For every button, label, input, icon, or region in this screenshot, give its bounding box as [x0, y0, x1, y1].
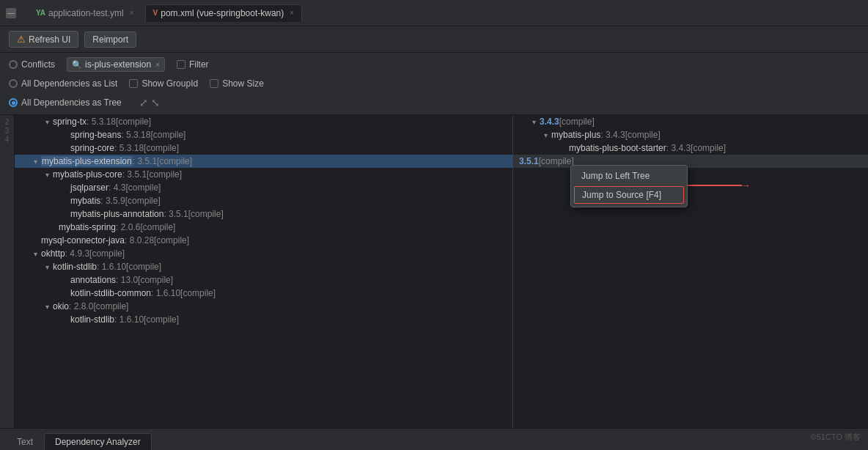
tree-item[interactable]: spring-beans : 5.3.18 [compile] — [15, 128, 512, 141]
tree-item[interactable]: ▾ mybatis-plus-core : 3.5.1 [compile] — [15, 168, 512, 181]
dep-scope: [compile] — [539, 156, 574, 166]
version-header-2: 3.5.1 — [516, 156, 539, 166]
tree-item[interactable]: ▾ 3.4.3 [compile] — [513, 115, 868, 128]
tree-item-highlighted[interactable]: 3.5.1 [compile] — [513, 155, 868, 168]
all-deps-list-radio[interactable]: All Dependencies as List — [9, 78, 117, 89]
tree-item-selected[interactable]: ▾ mybatis-plus-extension : 3.5.1 [compil… — [15, 155, 512, 168]
refresh-button[interactable]: ⚠ Refresh UI — [9, 31, 78, 48]
tree-item[interactable]: mybatis-plus-annotation : 3.5.1 [compile… — [15, 207, 512, 221]
tree-item[interactable]: ▾ spring-tx : 5.3.18 [compile] — [15, 115, 512, 128]
dep-version: : 4.9.3 — [65, 248, 89, 259]
dep-version: : 5.3.18 — [87, 117, 116, 127]
tree-item[interactable]: ▾ mybatis-plus : 3.4.3 [compile] — [513, 128, 868, 141]
dep-name: spring-tx — [53, 117, 87, 127]
tree-item[interactable]: annotations : 13.0 [compile] — [15, 273, 512, 287]
dep-scope: [compile] — [144, 143, 179, 153]
dep-scope: [compile] — [89, 248, 125, 259]
tab-xml[interactable]: V pom.xml (vue-springboot-kwan) × — [145, 4, 303, 22]
dep-name: annotations — [70, 275, 116, 285]
tree-item[interactable]: mybatis-spring : 2.0.6 [compile] — [15, 221, 512, 234]
toggle-icon: ▾ — [540, 131, 551, 139]
collapse-all-icon[interactable]: ⤡ — [151, 97, 160, 108]
watermark: ©51CTO 博客 — [811, 432, 861, 443]
dep-version: : 4.3 — [108, 182, 125, 193]
dep-scope: [compile] — [138, 275, 173, 285]
filter-checkbox-box — [177, 60, 185, 69]
search-tag[interactable]: 🔍 is-plus-extension × — [67, 57, 165, 72]
tree-item[interactable]: spring-core : 5.3.18 [compile] — [15, 141, 512, 155]
dep-version: : 3.4.3 — [666, 143, 691, 153]
tree-item[interactable]: kotlin-stdlib : 1.6.10 [compile] — [15, 313, 512, 326]
tab-yaml-label: application-test.yml — [48, 8, 124, 18]
dep-scope: [compile] — [140, 222, 175, 232]
dep-scope: [compile] — [144, 314, 179, 325]
dep-name: mybatis-plus-core — [53, 169, 122, 180]
conflicts-label: Conflicts — [21, 59, 55, 70]
dep-version: : 3.5.9 — [100, 196, 125, 206]
minimize-button[interactable]: — — [6, 8, 16, 18]
tag-close-icon[interactable]: × — [155, 61, 160, 69]
conflicts-radio-circle — [9, 60, 18, 69]
dep-scope: [compile] — [559, 117, 595, 127]
filter-label-text: Filter — [189, 59, 209, 70]
tab-text[interactable]: Text — [6, 433, 44, 450]
dep-name: kotlin-stdlib — [53, 262, 97, 272]
dep-name: jsqlparser — [70, 182, 108, 193]
tree-item[interactable]: ▾ okhttp : 4.9.3 [compile] — [15, 247, 512, 260]
all-deps-tree-label: All Dependencies as Tree — [21, 97, 122, 108]
dep-name: mybatis — [70, 196, 100, 206]
tab-yaml-close[interactable]: × — [130, 9, 134, 17]
tree-item[interactable]: ▾ kotlin-stdlib : 1.6.10 [compile] — [15, 260, 512, 273]
dep-name: spring-beans — [70, 130, 121, 140]
dep-name: mybatis-plus-annotation — [70, 209, 163, 219]
dep-name: mybatis-plus-boot-starter — [569, 143, 666, 153]
context-menu-jump-source[interactable]: Jump to Source [F4] — [574, 186, 684, 204]
main-content: 2 3 4 ▾ spring-tx : 5.3.18 [compile] spr… — [0, 115, 868, 428]
dep-name: mybatis-plus — [551, 130, 600, 140]
left-panel[interactable]: ▾ spring-tx : 5.3.18 [compile] spring-be… — [15, 115, 513, 428]
dep-scope: [compile] — [125, 182, 161, 193]
dep-version: : 1.6.10 — [151, 288, 180, 298]
dep-version: : 1.6.10 — [114, 314, 144, 325]
conflicts-radio[interactable]: Conflicts — [9, 59, 55, 70]
dep-version: : 2.0.6 — [116, 222, 140, 232]
toggle-icon: ▾ — [528, 118, 540, 126]
tree-item[interactable]: mybatis : 3.5.9 [compile] — [15, 194, 512, 207]
options-row-1: Conflicts 🔍 is-plus-extension × Filter — [9, 56, 859, 73]
right-panel[interactable]: ▾ 3.4.3 [compile] ▾ mybatis-plus : 3.4.3… — [513, 115, 868, 428]
tree-item[interactable]: mybatis-plus-boot-starter : 3.4.3 [compi… — [513, 141, 868, 155]
dep-name: okhttp — [41, 248, 65, 259]
reimport-button[interactable]: Reimport — [84, 32, 136, 48]
line-numbers: 2 3 4 — [0, 115, 15, 428]
show-groupid-checkbox[interactable]: Show GroupId — [129, 78, 198, 89]
show-size-label: Show Size — [222, 78, 264, 89]
all-deps-list-circle — [9, 79, 18, 88]
toggle-icon: ▾ — [29, 158, 41, 166]
dep-name: spring-core — [70, 143, 114, 153]
expand-all-icon[interactable]: ⤢ — [139, 97, 148, 108]
arrow-head-icon: → — [740, 180, 751, 191]
toolbar: ⚠ Refresh UI Reimport — [0, 26, 868, 53]
context-menu-jump-left[interactable]: Jump to Left Tree — [571, 167, 687, 185]
xml-icon: V — [153, 9, 158, 17]
expand-buttons: ⤢ ⤡ — [139, 97, 160, 108]
tab-yaml[interactable]: YA application-test.yml × — [28, 4, 142, 22]
tree-item[interactable]: ▾ okio : 2.8.0 [compile] — [15, 300, 512, 313]
tree-item[interactable]: mysql-connector-java : 8.0.28 [compile] — [15, 234, 512, 247]
dep-version: : 3.5.1 — [122, 169, 147, 180]
dep-version: : 1.6.10 — [97, 262, 126, 272]
dep-scope: [compile] — [93, 301, 128, 311]
dep-name: mybatis-plus-extension — [41, 156, 133, 166]
tab-xml-close[interactable]: × — [290, 9, 294, 17]
tree-item[interactable]: jsqlparser : 4.3 [compile] — [15, 181, 512, 194]
show-size-checkbox[interactable]: Show Size — [210, 78, 264, 89]
yaml-icon: YA — [36, 9, 45, 17]
all-deps-tree-radio[interactable]: All Dependencies as Tree — [9, 97, 122, 108]
dep-name: mysql-connector-java — [41, 235, 125, 246]
dep-name: kotlin-stdlib — [70, 314, 114, 325]
dep-version: : 5.3.18 — [114, 143, 144, 153]
dep-scope: [compile] — [125, 196, 161, 206]
filter-checkbox[interactable]: Filter — [177, 59, 209, 70]
tab-dependency-analyzer[interactable]: Dependency Analyzer — [44, 433, 152, 450]
tree-item[interactable]: kotlin-stdlib-common : 1.6.10 [compile] — [15, 287, 512, 300]
